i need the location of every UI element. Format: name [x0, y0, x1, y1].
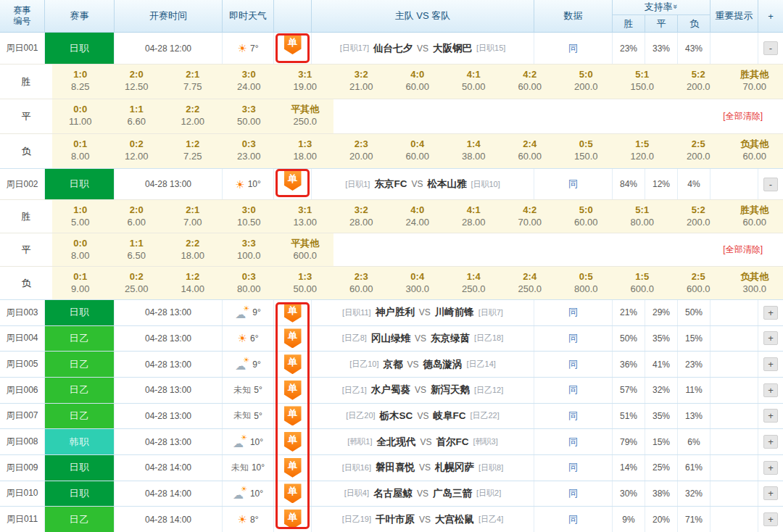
expand-button[interactable]: + — [763, 435, 778, 449]
odds-cell[interactable]: 2:17.00 — [165, 200, 221, 233]
odds-cell[interactable]: 2:5200.0 — [671, 134, 727, 168]
odds-value: 21.00 — [334, 80, 390, 93]
clear-all-link[interactable]: [全部清除] — [723, 99, 783, 133]
data-link[interactable]: 同 — [568, 410, 578, 423]
odds-cell[interactable]: 0:225.00 — [109, 267, 165, 299]
data-link[interactable]: 同 — [568, 332, 578, 345]
data-link[interactable]: 同 — [568, 513, 578, 526]
expand-button[interactable]: + — [763, 357, 778, 371]
odds-cell[interactable]: 4:260.00 — [502, 65, 558, 99]
odds-cell[interactable]: 2:218.00 — [165, 233, 221, 266]
odds-cell[interactable]: 4:024.00 — [389, 200, 446, 233]
odds-cell[interactable]: 2:17.75 — [165, 65, 221, 99]
odds-cell[interactable]: 0:5150.0 — [558, 134, 615, 168]
odds-cell[interactable]: 3:010.50 — [221, 200, 278, 233]
header-support-rate[interactable]: 支持率 » 胜 平 负 — [613, 0, 710, 32]
header-expand-all[interactable]: + — [758, 0, 783, 32]
odds-cell[interactable]: 1:5120.0 — [614, 134, 671, 168]
odds-cell[interactable]: 0:4300.0 — [389, 267, 446, 299]
odds-cell[interactable]: 负其他300.0 — [726, 267, 783, 299]
odds-cell[interactable]: 胜其他60.00 — [726, 200, 783, 233]
odds-cell[interactable]: 1:214.00 — [165, 267, 221, 299]
odds-cell[interactable]: 5:0200.0 — [558, 65, 615, 99]
odds-cell[interactable]: 2:360.00 — [334, 267, 390, 299]
odds-cell[interactable]: 0:19.00 — [52, 267, 109, 299]
odds-cell[interactable]: 5:2200.0 — [671, 65, 727, 99]
odds-value: 8.00 — [52, 150, 109, 162]
collapse-button[interactable]: - — [763, 41, 778, 55]
odds-cell[interactable]: 0:08.00 — [52, 233, 109, 266]
away-rank-tag: [日职7] — [478, 307, 503, 318]
odds-cell[interactable]: 0:18.00 — [52, 134, 109, 168]
odds-cell[interactable]: 3:228.00 — [334, 200, 390, 233]
data-link[interactable]: 同 — [568, 178, 578, 191]
odds-cell[interactable]: 0:323.00 — [221, 134, 278, 168]
odds-cell[interactable]: 1:16.60 — [109, 99, 165, 133]
odds-cell[interactable]: 4:128.00 — [446, 200, 502, 233]
odds-cell[interactable]: 1:318.00 — [277, 134, 334, 168]
odds-cell[interactable]: 2:06.00 — [109, 200, 165, 233]
odds-cell[interactable]: 4:150.00 — [446, 65, 502, 99]
expand-button[interactable]: + — [763, 512, 778, 526]
odds-cell[interactable]: 2:320.00 — [334, 134, 390, 168]
home-rank-tag: [日职17] — [340, 43, 369, 54]
odds-cell[interactable]: 3:024.00 — [221, 65, 278, 99]
odds-cell[interactable]: 4:060.00 — [389, 65, 446, 99]
odds-cell[interactable]: 1:5600.0 — [614, 267, 671, 299]
clear-all-link[interactable]: [全部清除] — [723, 233, 783, 266]
odds-cell[interactable]: 1:05.00 — [52, 200, 109, 233]
home-team-name: 仙台七夕 — [373, 42, 413, 55]
data-link[interactable]: 同 — [568, 306, 578, 319]
odds-cell[interactable]: 1:08.25 — [52, 65, 109, 99]
odds-cell[interactable]: 5:2200.0 — [671, 200, 727, 233]
odds-cell[interactable]: 3:113.00 — [277, 200, 334, 233]
odds-value: 25.00 — [109, 283, 165, 295]
odds-cell[interactable]: 0:212.00 — [109, 134, 165, 168]
odds-cell[interactable]: 3:119.00 — [277, 65, 334, 99]
expand-button[interactable]: + — [763, 461, 778, 475]
data-link[interactable]: 同 — [568, 461, 578, 474]
odds-cell[interactable]: 4:270.00 — [502, 200, 558, 233]
odds-cell[interactable]: 2:460.00 — [502, 134, 558, 168]
expand-button[interactable]: + — [763, 409, 778, 423]
odds-cell[interactable]: 0:460.00 — [389, 134, 446, 168]
odds-cell[interactable]: 5:1150.0 — [614, 65, 671, 99]
odds-cell[interactable]: 5:180.00 — [614, 200, 671, 233]
data-link[interactable]: 同 — [568, 383, 578, 396]
support-rate-title[interactable]: 支持率 » — [613, 0, 710, 15]
odds-cell[interactable]: 0:011.00 — [52, 99, 109, 133]
odds-cell[interactable]: 2:4250.0 — [502, 267, 558, 299]
odds-cell[interactable]: 1:350.00 — [277, 267, 334, 299]
odds-cell[interactable]: 3:350.00 — [221, 99, 278, 133]
win-pct-value: 36% — [620, 359, 637, 370]
odds-cell[interactable]: 1:4250.0 — [446, 267, 502, 299]
expand-button[interactable]: + — [763, 331, 778, 345]
odds-cell[interactable]: 2:012.50 — [109, 65, 165, 99]
odds-cell[interactable]: 1:27.25 — [165, 134, 221, 168]
single-badge-cell: 单 — [274, 507, 312, 532]
odds-cell[interactable]: 5:060.00 — [558, 200, 615, 233]
data-link[interactable]: 同 — [568, 436, 578, 449]
expand-button[interactable]: + — [763, 383, 778, 397]
odds-cell[interactable]: 3:3100.0 — [221, 233, 278, 266]
odds-cell[interactable]: 1:438.00 — [446, 134, 502, 168]
odds-cell[interactable]: 平其他250.0 — [277, 99, 334, 133]
odds-cell[interactable]: 3:221.00 — [334, 65, 390, 99]
collapse-button[interactable]: - — [763, 178, 778, 191]
weather-unknown-label: 未知 — [231, 462, 249, 474]
data-link[interactable]: 同 — [568, 358, 578, 371]
odds-cell[interactable]: 负其他60.00 — [726, 134, 783, 168]
odds-cell[interactable]: 0:380.00 — [221, 267, 278, 299]
odds-cell[interactable]: 2:5600.0 — [671, 267, 727, 299]
header-weather: 即时天气 — [223, 0, 274, 32]
data-link[interactable]: 同 — [568, 42, 578, 55]
odds-cell[interactable]: 2:212.00 — [165, 99, 221, 133]
expand-button[interactable]: + — [763, 486, 778, 500]
expand-button[interactable]: + — [763, 306, 778, 320]
odds-cell[interactable]: 平其他600.0 — [277, 233, 334, 266]
odds-cell[interactable]: 0:5800.0 — [558, 267, 615, 299]
odds-cell[interactable]: 胜其他70.00 — [726, 65, 783, 99]
data-link[interactable]: 同 — [568, 487, 578, 500]
odds-cell[interactable]: 1:16.50 — [109, 233, 165, 266]
teams-cell: [日职1]东京FCVS松本山雅[日职10] — [312, 169, 534, 199]
